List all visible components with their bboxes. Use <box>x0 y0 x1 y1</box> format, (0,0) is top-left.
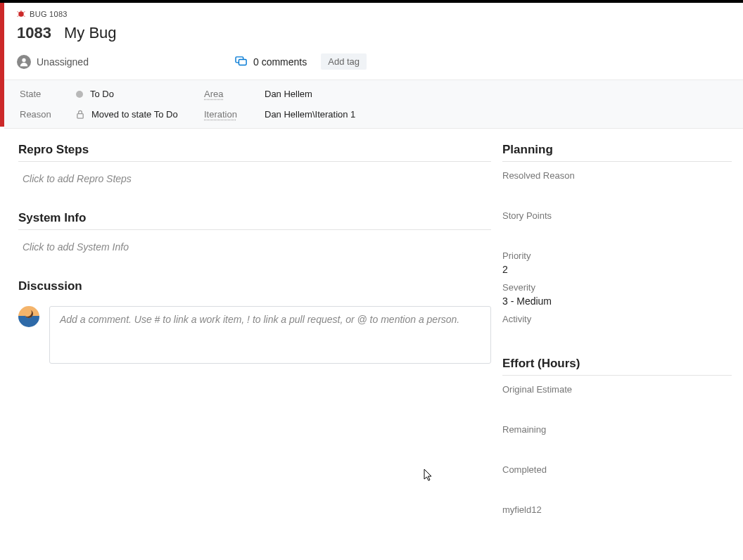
story-points-label: Story Points <box>502 210 732 221</box>
work-item-id: 1083 <box>17 24 51 42</box>
reason-picker[interactable]: Moved to state To Do <box>76 109 196 120</box>
breadcrumb-text: BUG 1083 <box>30 10 68 18</box>
repro-steps-heading: Repro Steps <box>18 143 491 162</box>
system-info-input[interactable]: Click to add System Info <box>18 238 491 269</box>
area-label: Area <box>204 89 256 99</box>
avatar <box>18 306 39 327</box>
work-item-title[interactable]: My Bug <box>64 24 117 42</box>
story-points-field[interactable] <box>502 224 732 236</box>
comment-input[interactable]: Add a comment. Use # to link a work item… <box>49 306 491 364</box>
fields-band: State To Do Area Dan Hellem Reason Moved… <box>4 79 743 129</box>
remaining-field[interactable] <box>502 438 732 450</box>
custom-field[interactable] <box>502 518 732 530</box>
discussion-icon <box>235 56 248 68</box>
svg-point-1 <box>22 58 25 61</box>
original-estimate-label: Original Estimate <box>502 384 732 395</box>
type-color-bar <box>0 3 4 127</box>
work-item-form: BUG 1083 1083 My Bug Unassigned 0 commen… <box>0 0 743 560</box>
reason-label: Reason <box>20 109 68 120</box>
state-value: To Do <box>90 89 114 99</box>
activity-label: Activity <box>502 314 732 324</box>
assignee-picker[interactable]: Unassigned <box>17 55 228 69</box>
completed-field[interactable] <box>502 478 732 490</box>
iteration-picker[interactable]: Dan Hellem\Iteration 1 <box>265 109 740 120</box>
severity-field[interactable]: 3 - Medium <box>502 295 732 308</box>
person-icon <box>17 55 31 69</box>
area-picker[interactable]: Dan Hellem <box>265 89 740 99</box>
iteration-label: Iteration <box>204 109 256 120</box>
resolved-reason-label: Resolved Reason <box>502 170 732 181</box>
planning-heading: Planning <box>502 143 732 162</box>
lock-icon <box>76 110 84 119</box>
bug-icon <box>17 10 25 18</box>
reason-value: Moved to state To Do <box>91 109 178 120</box>
repro-steps-input[interactable]: Click to add Repro Steps <box>18 170 491 201</box>
resolved-reason-field[interactable] <box>502 184 732 196</box>
priority-label: Priority <box>502 250 732 261</box>
comments-link[interactable]: 0 comments <box>235 56 307 68</box>
meta-row: Unassigned 0 comments Add tag <box>4 53 743 79</box>
title-row: 1083 My Bug <box>4 20 743 53</box>
left-column: Repro Steps Click to add Repro Steps Sys… <box>18 143 491 530</box>
severity-label: Severity <box>502 282 732 293</box>
custom-field-label: myfield12 <box>502 504 732 515</box>
comments-count: 0 comments <box>253 56 307 68</box>
svg-point-0 <box>18 11 24 17</box>
right-column: Planning Resolved Reason Story Points Pr… <box>502 143 732 530</box>
svg-rect-3 <box>239 59 246 65</box>
add-tag-button[interactable]: Add tag <box>321 53 367 70</box>
breadcrumb: BUG 1083 <box>4 3 743 20</box>
discussion-heading: Discussion <box>18 279 491 298</box>
assignee-label: Unassigned <box>37 56 89 68</box>
effort-heading: Effort (Hours) <box>502 357 732 376</box>
state-label: State <box>20 89 68 99</box>
original-estimate-field[interactable] <box>502 397 732 410</box>
system-info-heading: System Info <box>18 211 491 230</box>
completed-label: Completed <box>502 464 732 475</box>
state-picker[interactable]: To Do <box>76 89 196 99</box>
state-dot-icon <box>76 91 83 98</box>
discussion-row: Add a comment. Use # to link a work item… <box>18 306 491 364</box>
remaining-label: Remaining <box>502 424 732 435</box>
priority-field[interactable]: 2 <box>502 264 732 276</box>
content-area: Repro Steps Click to add Repro Steps Sys… <box>4 129 743 545</box>
svg-rect-4 <box>77 114 83 119</box>
activity-field[interactable] <box>502 327 732 340</box>
